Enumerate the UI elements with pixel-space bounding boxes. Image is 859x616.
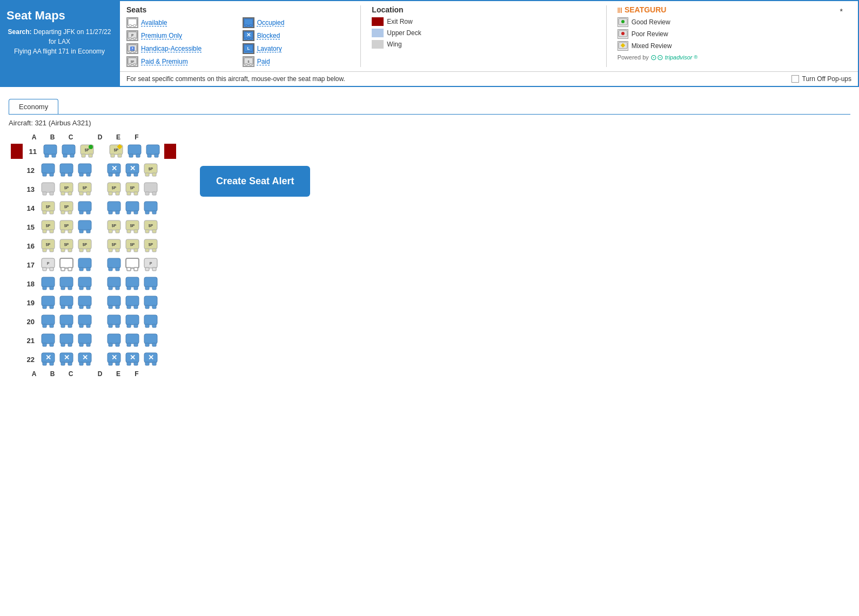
seat-20E[interactable]	[123, 313, 142, 330]
seat-15D[interactable]: $P	[105, 219, 123, 235]
seat-18B[interactable]	[57, 276, 76, 292]
seat-22B[interactable]: ✕	[57, 351, 76, 367]
svg-rect-128	[79, 230, 83, 233]
seat-12B[interactable]	[57, 162, 76, 178]
svg-text:$P: $P	[46, 205, 51, 209]
seat-14F[interactable]	[142, 200, 160, 216]
seat-20B[interactable]	[57, 313, 76, 330]
seat-22A[interactable]: ✕	[39, 351, 57, 367]
seat-19C[interactable]	[76, 294, 94, 311]
svg-rect-198	[126, 277, 139, 287]
svg-rect-275	[127, 362, 131, 365]
svg-rect-173	[78, 258, 91, 268]
seat-17E[interactable]	[123, 257, 142, 273]
seat-11B[interactable]	[59, 143, 78, 159]
seat-12D[interactable]: ✕	[105, 162, 123, 178]
svg-rect-16	[133, 51, 136, 53]
seat-21F[interactable]	[142, 332, 160, 349]
seat-11E[interactable]	[125, 143, 144, 159]
seat-14E[interactable]	[123, 200, 142, 216]
seat-13E[interactable]: $P	[123, 181, 142, 197]
seat-19D[interactable]	[105, 294, 123, 311]
powered-by-label: Powered by	[618, 54, 649, 61]
popup-checkbox[interactable]	[791, 75, 799, 83]
seat-22F[interactable]: ✕	[142, 351, 160, 367]
row-12: 12 ✕ ✕	[9, 162, 178, 178]
create-alert-button[interactable]: Create Seat Alert	[200, 166, 310, 197]
seat-13C[interactable]: $P	[76, 181, 94, 197]
col-D-bottom: D	[91, 370, 109, 378]
seat-14B[interactable]: $P	[57, 200, 76, 216]
seat-16F[interactable]: $P	[142, 238, 160, 254]
seat-14A[interactable]: $P	[39, 200, 57, 216]
svg-rect-94	[134, 192, 138, 195]
seat-21E[interactable]	[123, 332, 142, 349]
svg-rect-109	[86, 211, 90, 214]
seat-15A[interactable]: $P	[39, 219, 57, 235]
tab-economy[interactable]: Economy	[9, 99, 58, 114]
seat-13B[interactable]: $P	[57, 181, 76, 197]
seat-16E[interactable]: $P	[123, 238, 142, 254]
paid-premium-icon: $P	[126, 56, 138, 67]
seat-17C[interactable]	[76, 257, 94, 273]
svg-rect-180	[127, 267, 131, 271]
row-13-num: 13	[23, 185, 39, 193]
seat-17F[interactable]: P	[142, 257, 160, 273]
legend-paid: $ Paid	[243, 56, 352, 67]
seat-15E[interactable]: $P	[123, 219, 142, 235]
svg-rect-232	[109, 324, 112, 327]
seat-12F[interactable]: $P	[142, 162, 160, 178]
mixed-review-label: Mixed Review	[632, 42, 672, 50]
seat-20C[interactable]	[76, 313, 94, 330]
mixed-review-item: Mixed Review	[618, 41, 843, 51]
popup-toggle[interactable]: Turn Off Pop-ups	[791, 75, 851, 83]
seat-19B[interactable]	[57, 294, 76, 311]
seat-17B[interactable]	[57, 257, 76, 273]
seat-20A[interactable]	[39, 313, 57, 330]
seat-13F[interactable]	[142, 181, 160, 197]
seat-21C[interactable]	[76, 332, 94, 349]
svg-rect-268	[86, 362, 90, 365]
seat-22C[interactable]: ✕	[76, 351, 94, 367]
legend-occupied: Occupied	[243, 17, 352, 28]
seat-18F[interactable]	[142, 276, 160, 292]
seat-11F[interactable]	[144, 143, 162, 159]
seat-19A[interactable]	[39, 294, 57, 311]
seat-16D[interactable]: $P	[105, 238, 123, 254]
seat-21B[interactable]	[57, 332, 76, 349]
seat-18E[interactable]	[123, 276, 142, 292]
seat-19F[interactable]	[142, 294, 160, 311]
seat-21A[interactable]	[39, 332, 57, 349]
seat-15B[interactable]: $P	[57, 219, 76, 235]
seat-14C[interactable]	[76, 200, 94, 216]
seat-19E[interactable]	[123, 294, 142, 311]
seat-18D[interactable]	[105, 276, 123, 292]
svg-rect-156	[116, 249, 119, 252]
seat-15C[interactable]	[76, 219, 94, 235]
seat-17D[interactable]	[105, 257, 123, 273]
seat-11A[interactable]	[41, 143, 59, 159]
seat-20F[interactable]	[142, 313, 160, 330]
seat-13A[interactable]	[39, 181, 57, 197]
seat-11C[interactable]: $P	[78, 143, 96, 159]
seat-21D[interactable]	[105, 332, 123, 349]
seat-14D[interactable]	[105, 200, 123, 216]
seat-16B[interactable]: $P	[57, 238, 76, 254]
seat-12E[interactable]: ✕	[123, 162, 142, 178]
seat-15F[interactable]: $P	[142, 219, 160, 235]
seat-18C[interactable]	[76, 276, 94, 292]
seat-12A[interactable]	[39, 162, 57, 178]
seat-12C[interactable]	[76, 162, 94, 178]
seat-16C[interactable]: $P	[76, 238, 94, 254]
seat-22E[interactable]: ✕	[123, 351, 142, 367]
seat-16A[interactable]: $P	[39, 238, 57, 254]
available-label: Available	[141, 19, 167, 26]
seat-20D[interactable]	[105, 313, 123, 330]
seat-11D[interactable]: $P	[107, 143, 125, 159]
seat-18A[interactable]	[39, 276, 57, 292]
seat-17A[interactable]: P	[39, 257, 57, 273]
seat-13D[interactable]: $P	[105, 181, 123, 197]
seat-22D[interactable]: ✕	[105, 351, 123, 367]
svg-rect-231	[108, 315, 120, 325]
svg-rect-216	[126, 296, 139, 306]
